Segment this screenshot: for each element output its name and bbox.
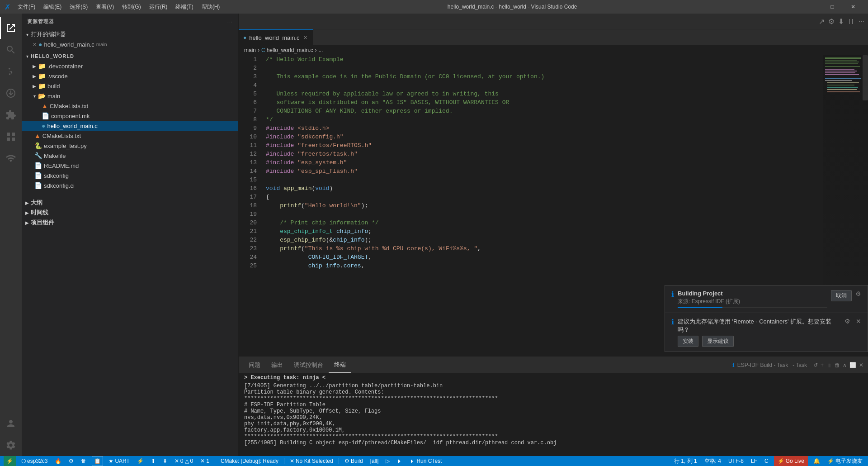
tree-example-test[interactable]: 🐍 example_test.py: [22, 141, 238, 151]
activity-extensions[interactable]: [0, 104, 22, 126]
status-run-btn[interactable]: ▷: [384, 456, 392, 466]
tree-timeline[interactable]: ▶ 时间线: [22, 208, 238, 218]
minimize-button[interactable]: ─: [801, 0, 822, 14]
toolbar-settings-icon[interactable]: ⚙: [828, 17, 835, 26]
status-uart[interactable]: ★ UART: [107, 456, 131, 466]
status-remote[interactable]: ⚡: [4, 456, 16, 466]
panel-action-trash[interactable]: 🗑: [835, 362, 840, 368]
toast-cancel-button[interactable]: 取消: [831, 290, 852, 301]
status-notification-bell[interactable]: 🔔: [811, 456, 822, 466]
menu-select[interactable]: 选择(S): [66, 2, 91, 12]
tree-cmakelists-main[interactable]: ▲ CMakeLists.txt: [22, 101, 238, 111]
panel-tab-output[interactable]: 输出: [266, 357, 288, 373]
activity-account[interactable]: [0, 413, 22, 434]
status-flash[interactable]: 🔥: [53, 456, 63, 466]
activity-explorer[interactable]: [0, 17, 22, 39]
status-esp-device[interactable]: ⬡ esp32c3: [19, 456, 49, 466]
tree-sdkconfig[interactable]: 📄 sdkconfig: [22, 171, 238, 181]
status-errors[interactable]: ✕ 0 △ 0: [173, 456, 195, 466]
toast-gear-icon[interactable]: ⚙: [855, 290, 861, 297]
toolbar-split-icon[interactable]: ⫼: [848, 17, 855, 26]
panel-tab-terminal[interactable]: 终端: [329, 357, 351, 373]
tree-cmakelists-root[interactable]: ▲ CMakeLists.txt: [22, 131, 238, 141]
toolbar-share-icon[interactable]: ↗: [819, 17, 825, 26]
tree-makefile[interactable]: 🔧 Makefile: [22, 151, 238, 161]
tree-readme[interactable]: 📄 README.md: [22, 161, 238, 171]
toast-remote-settings-icon[interactable]: ⚙: [844, 318, 850, 325]
toast-install-button[interactable]: 安装: [678, 336, 698, 347]
toast-remote-close-icon[interactable]: ✕: [856, 318, 861, 325]
panel-action-up[interactable]: ∧: [843, 362, 847, 368]
status-line-ending[interactable]: LF: [749, 456, 759, 466]
minimap-line: [827, 82, 859, 83]
activity-search[interactable]: [0, 39, 22, 61]
panel-action-close[interactable]: ✕: [859, 362, 863, 368]
editor-toolbar-icons: ↗ ⚙ ⬇ ⫼ ···: [819, 17, 864, 26]
tree-componentmk[interactable]: 📄 component.mk: [22, 111, 238, 121]
panel-tab-problems[interactable]: 问题: [243, 357, 266, 373]
status-monitor-btn[interactable]: 📋: [92, 456, 103, 466]
panel-action-refresh[interactable]: ↺: [813, 362, 818, 368]
status-settings-btn[interactable]: ⚙: [67, 456, 75, 466]
status-indent[interactable]: 空格: 4: [703, 456, 723, 466]
status-no-kit[interactable]: ✕ No Kit Selected: [288, 456, 335, 466]
toolbar-more-icon[interactable]: ···: [859, 17, 864, 26]
tab-close-button[interactable]: ✕: [302, 34, 308, 42]
status-encoding[interactable]: UTF-8: [726, 456, 745, 466]
window-controls[interactable]: ─ □ ✕: [801, 0, 863, 14]
tree-project-components[interactable]: ▶ 项目组件: [22, 218, 238, 228]
status-go-live[interactable]: ⚡ Go Live: [774, 456, 808, 466]
file-close-icon[interactable]: ✕: [33, 42, 37, 48]
panel-action-split[interactable]: ⫼: [826, 362, 832, 368]
status-delete-btn[interactable]: 🗑: [79, 456, 88, 466]
tree-build[interactable]: ▶ 📁 build: [22, 81, 238, 91]
activity-settings[interactable]: [0, 434, 22, 456]
tab-hello-world-main[interactable]: ● hello_world_main.c ✕: [239, 29, 313, 45]
sidebar-more-button[interactable]: ···: [227, 19, 233, 24]
tree-sdkconfig-ci[interactable]: 📄 sdkconfig.ci: [22, 181, 238, 190]
panel-action-maximize[interactable]: ⬜: [849, 362, 856, 368]
open-file-hello-world[interactable]: ✕ ● hello_world_main.c main: [22, 39, 238, 49]
status-build-all[interactable]: [all]: [368, 456, 381, 466]
close-button[interactable]: ✕: [843, 0, 863, 14]
status-community[interactable]: ⚡ 电子发烧友: [826, 456, 864, 466]
menu-run[interactable]: 运行(R): [146, 2, 171, 12]
menu-goto[interactable]: 转到(G): [118, 2, 144, 12]
status-language[interactable]: C: [763, 456, 770, 466]
activity-network[interactable]: [0, 147, 22, 169]
maximize-button[interactable]: □: [822, 0, 843, 14]
menu-help[interactable]: 帮助(H): [198, 2, 224, 12]
terminal-content[interactable]: > Executing task: ninja < [7/1005] Gener…: [239, 373, 868, 456]
tree-outline[interactable]: ▶ 大纲: [22, 198, 238, 208]
activity-run[interactable]: [0, 82, 22, 104]
tree-hello-world-main-c[interactable]: ● hello_world_main.c: [22, 121, 238, 131]
status-run-ctest[interactable]: ⏵ Run CTest: [408, 456, 443, 466]
panel-tab-debug-console[interactable]: 调试控制台: [288, 357, 329, 373]
status-port-btn[interactable]: ⚡: [135, 456, 146, 466]
open-editors-section[interactable]: ▾ 打开的编辑器: [22, 29, 238, 39]
activity-remote-explorer[interactable]: [0, 126, 22, 147]
status-build[interactable]: ⚙ Build: [343, 456, 365, 466]
menu-edit[interactable]: 编辑(E): [40, 2, 65, 12]
breadcrumb-file[interactable]: hello_world_main.c: [267, 47, 313, 53]
status-more[interactable]: ✕ 1: [198, 456, 211, 466]
breadcrumb-more[interactable]: ...: [318, 47, 323, 53]
status-download-btn[interactable]: ⬇: [161, 456, 169, 466]
status-cmake[interactable]: CMake: [Debug]: Ready: [219, 456, 280, 466]
status-upload-btn[interactable]: ⬆: [149, 456, 157, 466]
activity-source-control[interactable]: [0, 61, 22, 82]
tree-main[interactable]: ▾ 📂 main: [22, 91, 238, 101]
toast-show-suggestions-button[interactable]: 显示建议: [702, 336, 734, 347]
tree-devcontainer[interactable]: ▶ 📁 .devcontainer: [22, 61, 238, 71]
status-cursor-pos[interactable]: 行 1, 列 1: [672, 456, 699, 466]
menu-terminal[interactable]: 终端(T): [172, 2, 197, 12]
status-debug-btn[interactable]: ⏵: [395, 456, 404, 466]
menu-view[interactable]: 查看(V): [92, 2, 118, 12]
breadcrumb-main[interactable]: main: [244, 47, 256, 53]
menu-bar[interactable]: 文件(F) 编辑(E) 选择(S) 查看(V) 转到(G) 运行(R) 终端(T…: [14, 2, 223, 12]
toolbar-download-icon[interactable]: ⬇: [838, 17, 844, 26]
menu-file[interactable]: 文件(F): [14, 2, 39, 12]
hello-world-section[interactable]: ▾ HELLO_WORLD: [22, 51, 238, 61]
tree-vscode[interactable]: ▶ 📁 .vscode: [22, 71, 238, 81]
panel-action-add[interactable]: +: [821, 362, 824, 368]
